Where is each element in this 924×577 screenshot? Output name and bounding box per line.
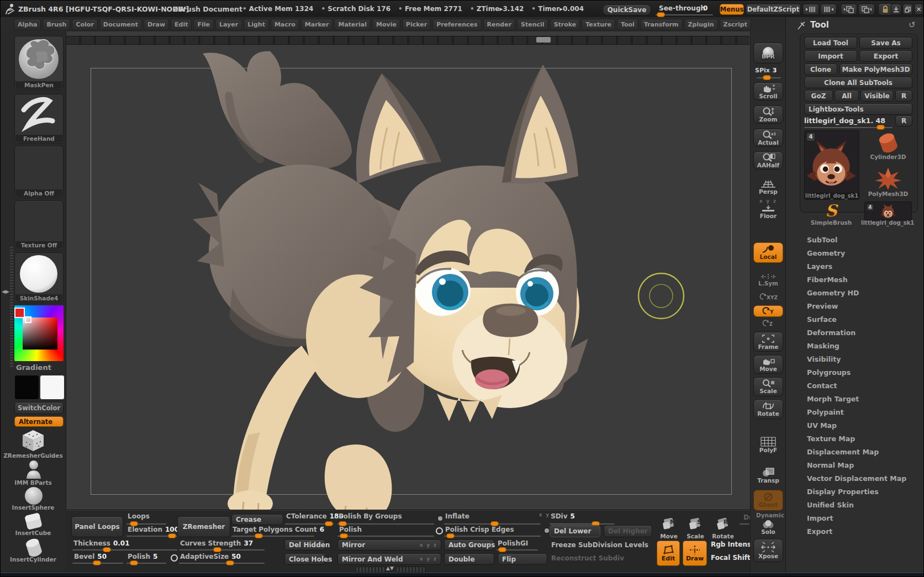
main-color-swatch[interactable] bbox=[14, 375, 39, 400]
lightbox-tools-button[interactable]: Lightbox▸Tools bbox=[804, 103, 912, 115]
tool-section-item[interactable]: Display Properties bbox=[801, 485, 923, 499]
shelf-scroll-arrows[interactable]: ▲▼ bbox=[386, 565, 394, 571]
cut-slider[interactable] bbox=[740, 523, 749, 525]
menu-tab[interactable]: Material bbox=[334, 19, 370, 30]
clone-button[interactable]: Clone bbox=[804, 63, 837, 75]
rotate-button[interactable]: Rotate bbox=[753, 399, 783, 419]
curves-strength-slider[interactable] bbox=[179, 549, 265, 550]
tool-section-item[interactable]: Export bbox=[801, 525, 923, 538]
ctolerance-slider[interactable] bbox=[285, 523, 334, 525]
menu-tab[interactable]: Alpha bbox=[14, 19, 41, 30]
tool-section-item[interactable]: Contact bbox=[801, 379, 923, 393]
move-button[interactable]: Move bbox=[753, 355, 783, 374]
goz-r-button[interactable]: R bbox=[895, 90, 912, 102]
minimize-button[interactable] bbox=[891, 4, 901, 15]
cylinder3d-tool[interactable]: Cylinder3D bbox=[862, 130, 914, 165]
simplebrush-tool[interactable]: S SimpleBrush bbox=[804, 202, 858, 227]
menu-tab[interactable]: Marker bbox=[301, 19, 333, 30]
actual-button[interactable]: x1 Actual bbox=[753, 129, 783, 147]
make-polymesh3d-button[interactable]: Make PolyMesh3D bbox=[839, 63, 912, 75]
polish-crisp-slider[interactable] bbox=[444, 536, 541, 537]
zremesher-button[interactable]: ZRemesher bbox=[177, 516, 230, 537]
polish-mode-ring[interactable] bbox=[436, 527, 443, 534]
menu-tab[interactable]: Preferences bbox=[432, 19, 481, 30]
tool-section-item[interactable]: Polygroups bbox=[801, 366, 923, 379]
goz-button[interactable]: GoZ bbox=[804, 90, 833, 102]
menu-tab[interactable]: Color bbox=[72, 19, 97, 30]
tool-section-item[interactable]: UV Map bbox=[801, 419, 923, 432]
zoom-button[interactable]: Zoom bbox=[753, 105, 783, 124]
insert-cube-tool[interactable] bbox=[24, 512, 44, 531]
quicksave-button[interactable]: QuickSave bbox=[603, 4, 651, 15]
stroke-thumbnail[interactable]: FreeHand bbox=[14, 94, 64, 144]
polish-by-groups-mode-dot[interactable] bbox=[437, 515, 443, 522]
scroll-button[interactable]: Scroll bbox=[753, 82, 783, 100]
bpr-button[interactable]: BPR bbox=[753, 43, 783, 63]
menu-tab[interactable]: Draw bbox=[144, 19, 169, 30]
tool-section-item[interactable]: Geometry HD bbox=[801, 287, 923, 300]
switch-color-button[interactable]: SwitchColor bbox=[14, 402, 64, 414]
export-button[interactable]: Export bbox=[859, 50, 912, 62]
tool-section-item[interactable]: SubTool bbox=[801, 234, 923, 247]
move-gyro-button[interactable]: M Move bbox=[658, 516, 680, 540]
lsym-button[interactable]: L.Sym bbox=[753, 272, 783, 288]
goz-visible-button[interactable]: Visible bbox=[860, 90, 894, 102]
menus-button[interactable]: Menus bbox=[720, 4, 744, 15]
brush-thumbnail[interactable]: MaskPen bbox=[14, 36, 64, 90]
solo-button[interactable]: Solo bbox=[753, 518, 783, 536]
secondary-color-swatch[interactable] bbox=[40, 375, 65, 400]
close-button[interactable]: ✕ bbox=[914, 4, 923, 15]
edit-button[interactable]: Edit bbox=[657, 541, 680, 566]
rotate-gyro-button[interactable]: R Rotate bbox=[711, 516, 735, 540]
aahalf-button[interactable]: AAHalf bbox=[753, 151, 783, 170]
floor-button[interactable]: Floor bbox=[753, 204, 783, 220]
menu-tab[interactable]: File bbox=[193, 19, 214, 30]
local-button[interactable]: Local bbox=[753, 242, 783, 263]
active-tool-thumbnail[interactable]: 4 littlegirl_dog_sk1 bbox=[804, 130, 859, 200]
stroke-replay-left-button[interactable] bbox=[802, 4, 819, 15]
crease-button[interactable]: Crease bbox=[231, 514, 283, 525]
scale-gyro-button[interactable]: S Scale bbox=[684, 516, 706, 540]
menu-tab[interactable]: Zscript bbox=[720, 19, 751, 30]
bevel-slider[interactable] bbox=[72, 563, 123, 564]
polish-by-groups-slider[interactable] bbox=[337, 523, 434, 525]
tool-section-item[interactable]: Preview bbox=[801, 300, 923, 313]
tool-section-item[interactable]: Displacement Map bbox=[801, 446, 923, 459]
menu-tab[interactable]: Macro bbox=[271, 19, 299, 30]
zremesher-guides-tool[interactable] bbox=[20, 429, 46, 452]
sdiv-slider[interactable] bbox=[550, 523, 615, 525]
persp-button[interactable]: Persp bbox=[753, 178, 783, 196]
color-picker[interactable] bbox=[14, 305, 64, 361]
shelf-scroll-right[interactable] bbox=[396, 567, 426, 573]
save-as-button[interactable]: Save As bbox=[859, 37, 912, 49]
goz-all-button[interactable]: All bbox=[835, 90, 859, 102]
tool-section-item[interactable]: FiberMesh bbox=[801, 273, 923, 287]
menu-tab[interactable]: Layer bbox=[215, 19, 242, 30]
menu-tab[interactable]: Render bbox=[483, 19, 516, 30]
panel-loops-button[interactable]: Panel Loops bbox=[71, 516, 123, 537]
tool-section-item[interactable]: Visibility bbox=[801, 353, 923, 366]
flip-button[interactable]: Flip bbox=[498, 553, 547, 565]
polish-slider[interactable] bbox=[337, 536, 434, 537]
target-polygons-slider[interactable] bbox=[231, 536, 314, 537]
menu-tab[interactable]: Stroke bbox=[550, 19, 580, 30]
ghost-button[interactable]: Ghost bbox=[753, 490, 783, 511]
thickness-slider[interactable] bbox=[72, 549, 177, 550]
mirror-and-weld-button[interactable]: Mirror And Weldx y z bbox=[337, 553, 441, 565]
frame-button[interactable]: Frame bbox=[753, 332, 783, 352]
polymesh3d-tool[interactable]: PolyMesh3D bbox=[862, 166, 914, 200]
gxyz-button[interactable]: XYZ bbox=[753, 292, 783, 302]
tool-slider[interactable] bbox=[804, 127, 893, 128]
inflate-slider[interactable] bbox=[444, 523, 541, 525]
tool-section-item[interactable]: Morph Target bbox=[801, 393, 923, 406]
menu-tab[interactable]: Texture bbox=[582, 19, 615, 30]
imm-bparts-tool[interactable] bbox=[25, 460, 43, 480]
mirror-button[interactable]: Mirrorx y z bbox=[337, 539, 441, 550]
texture-thumbnail[interactable]: Texture Off bbox=[14, 200, 64, 250]
adaptive-size-slider[interactable] bbox=[179, 563, 265, 564]
tool-section-item[interactable]: Deformation bbox=[801, 326, 923, 340]
tool-section-item[interactable]: Unified Skin bbox=[801, 499, 923, 512]
clone-all-subtools-button[interactable]: Clone All SubTools bbox=[804, 77, 912, 88]
tool-section-item[interactable]: Masking bbox=[801, 340, 923, 353]
restore-button[interactable] bbox=[902, 4, 913, 15]
